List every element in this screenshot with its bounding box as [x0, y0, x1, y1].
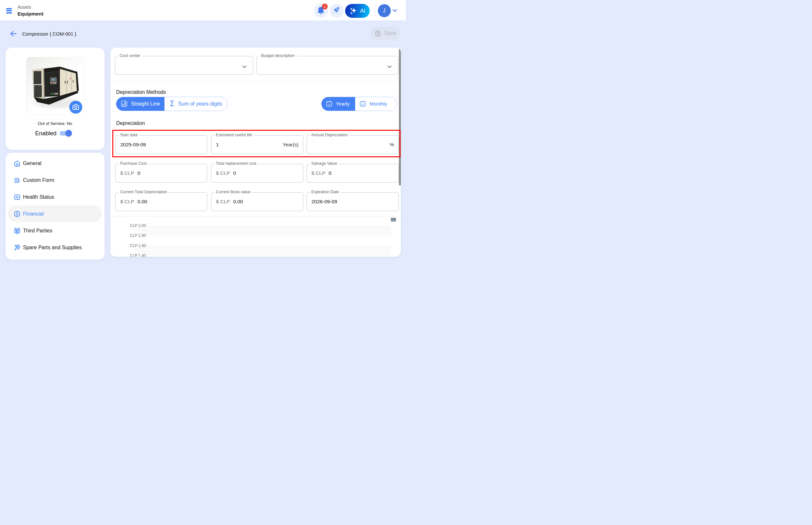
svg-text:8: 8 [329, 103, 330, 106]
svg-text:RS: RS [51, 92, 54, 95]
svg-text:250: 250 [54, 92, 58, 95]
